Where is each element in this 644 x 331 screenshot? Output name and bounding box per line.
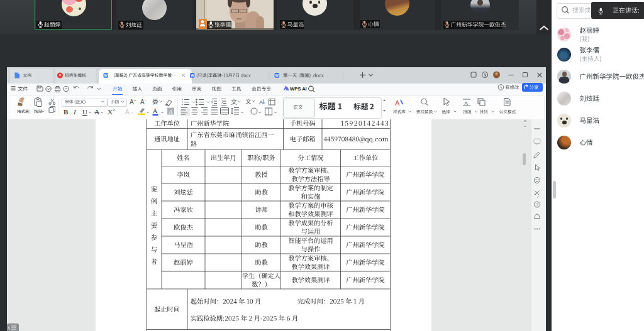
svg-text:W: W — [104, 73, 108, 77]
svg-text:A: A — [395, 99, 400, 107]
svg-text:U: U — [82, 108, 87, 116]
svg-text:B: B — [64, 108, 69, 116]
svg-text:W: W — [191, 73, 194, 77]
svg-text:A: A — [140, 99, 145, 106]
svg-text:X: X — [108, 108, 113, 116]
svg-text:A: A — [125, 109, 130, 116]
svg-text:WPS AI: WPS AI — [290, 86, 307, 92]
svg-text:A: A — [465, 100, 469, 106]
svg-text:+: + — [134, 98, 136, 102]
svg-text:?: ? — [536, 202, 538, 207]
svg-text:A: A — [153, 107, 158, 114]
svg-text:-: - — [145, 98, 146, 102]
svg-text:2: 2 — [113, 107, 115, 112]
svg-text:I: I — [73, 108, 77, 116]
svg-text:A: A — [169, 109, 173, 115]
svg-text:A: A — [259, 99, 263, 106]
svg-text:W: W — [275, 73, 279, 77]
svg-text:A: A — [130, 99, 134, 106]
svg-text:A: A — [94, 108, 99, 116]
